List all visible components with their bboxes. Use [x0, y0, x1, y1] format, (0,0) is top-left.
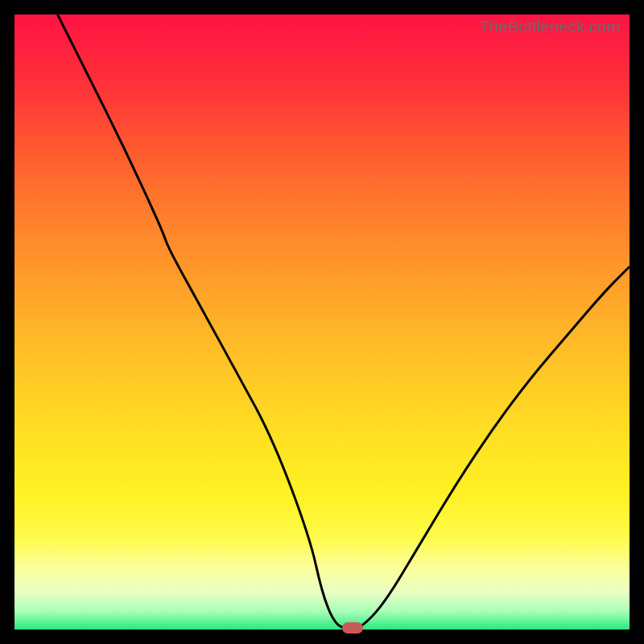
optimal-point-marker: [342, 622, 363, 634]
curve-path: [58, 14, 630, 630]
plot-area: TheBottleneck.com: [14, 14, 630, 630]
chart-frame: TheBottleneck.com: [0, 0, 644, 644]
bottleneck-curve: [14, 14, 630, 630]
